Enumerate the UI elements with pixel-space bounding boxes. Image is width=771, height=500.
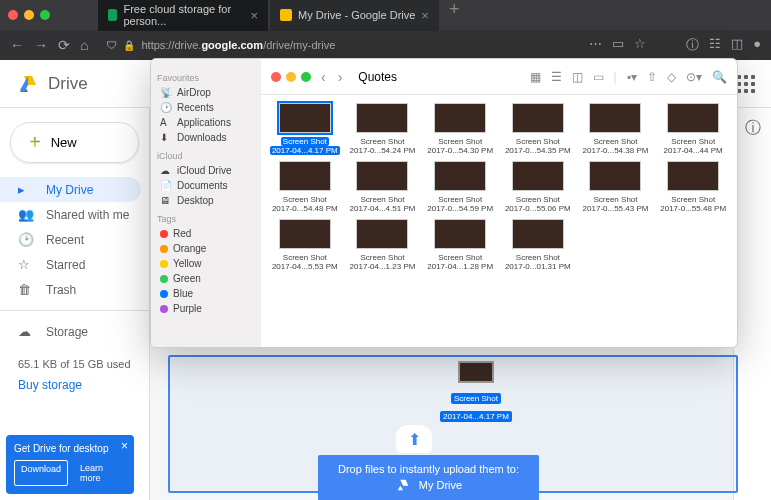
info-icon[interactable]: ⓘ	[686, 36, 699, 54]
sidebar-icon: 📄	[160, 180, 172, 191]
nav-icon: 🕑	[18, 232, 34, 247]
storage-usage: 65.1 KB of 15 GB used	[18, 358, 131, 370]
file-thumbnail[interactable]: Screen Shot2017-0...55.43 PM	[578, 161, 654, 213]
tab-title: Free cloud storage for person...	[123, 3, 244, 27]
finder-sidebar-item[interactable]: Purple	[157, 301, 255, 316]
promo-title: Get Drive for desktop	[14, 443, 126, 454]
reader-icon[interactable]: ▭	[612, 36, 624, 54]
file-thumbnail[interactable]: Screen Shot2017-0...54.24 PM	[345, 103, 421, 155]
download-button[interactable]: Download	[14, 460, 68, 486]
forward-button[interactable]: →	[34, 37, 48, 53]
finder-sidebar-item[interactable]: Yellow	[157, 256, 255, 271]
storage-item[interactable]: ☁Storage	[0, 319, 149, 344]
file-thumbnail[interactable]: Screen Shot2017-0...54.48 PM	[267, 161, 343, 213]
close-tab-icon[interactable]: ×	[421, 8, 429, 23]
file-thumbnail[interactable]: Screen Shot2017-0...54.59 PM	[422, 161, 498, 213]
file-thumbnail[interactable]: Screen Shot2017-0...01.31 PM	[500, 219, 576, 271]
file-thumbnail[interactable]: Screen Shot2017-04...5.53 PM	[267, 219, 343, 271]
finder-sidebar-item[interactable]: 🖥Desktop	[157, 193, 255, 208]
nav-icon: ☆	[18, 257, 34, 272]
sidebar-item[interactable]: 👥Shared with me	[0, 202, 149, 227]
sidebar-icon: 🕑	[160, 102, 172, 113]
info-icon: ⓘ	[745, 119, 761, 136]
file-thumbnail[interactable]: Screen Shot2017-0...54.30 PM	[422, 103, 498, 155]
finder-sidebar-item[interactable]: 📡AirDrop	[157, 85, 255, 100]
file-thumbnail[interactable]: Screen Shot2017-04...1.23 PM	[345, 219, 421, 271]
shield-icon: 🛡	[106, 39, 117, 51]
finder-sidebar-item[interactable]: Blue	[157, 286, 255, 301]
home-button[interactable]: ⌂	[80, 37, 88, 53]
learn-more-link[interactable]: Learn more	[74, 460, 126, 486]
sidebar-icon: 🖥	[160, 195, 172, 206]
finder-content[interactable]: Screen Shot2017-04...4.17 PMScreen Shot2…	[261, 95, 737, 347]
thumbnail-image	[512, 219, 564, 249]
finder-sidebar-item[interactable]: Green	[157, 271, 255, 286]
close-tab-icon[interactable]: ×	[250, 8, 258, 23]
thumbnail-image	[434, 219, 486, 249]
sidebar-item[interactable]: 🕑Recent	[0, 227, 149, 252]
icon-view[interactable]: ▦	[530, 70, 541, 84]
back-button[interactable]: ←	[10, 37, 24, 53]
browser-tabs: Free cloud storage for person... × My Dr…	[98, 0, 467, 31]
file-thumbnail[interactable]: Screen Shot2017-04...4.17 PM	[267, 103, 343, 155]
file-thumbnail[interactable]: Screen Shot2017-04...44 PM	[655, 103, 731, 155]
thumbnail-image	[434, 103, 486, 133]
finder-window-controls[interactable]	[271, 72, 311, 82]
finder-sidebar-item[interactable]: 📄Documents	[157, 178, 255, 193]
upload-cloud-icon: ⬆	[396, 425, 432, 453]
finder-sidebar-item[interactable]: 🕑Recents	[157, 100, 255, 115]
finder-toolbar: ‹› Quotes ▦ ☰ ◫ ▭ | ▪▾ ⇧ ◇ ⊙▾ 🔍	[261, 59, 737, 95]
finder-sidebar-item[interactable]: ⬇Downloads	[157, 130, 255, 145]
browser-tab[interactable]: Free cloud storage for person... ×	[98, 0, 268, 31]
file-thumbnail[interactable]: Screen Shot2017-0...54.38 PM	[578, 103, 654, 155]
finder-sidebar-item[interactable]: Orange	[157, 241, 255, 256]
finder-back[interactable]: ‹	[321, 69, 326, 85]
column-view[interactable]: ◫	[572, 70, 583, 84]
sidebar-icon[interactable]: ◫	[731, 36, 743, 54]
nav-icon: 🗑	[18, 282, 34, 297]
file-thumbnail[interactable]: Screen Shot2017-04...1.28 PM	[422, 219, 498, 271]
sidebar-item[interactable]: 🗑Trash	[0, 277, 149, 302]
new-tab-button[interactable]: +	[441, 0, 468, 31]
sidebar-icon: A	[160, 117, 172, 128]
info-panel-toggle[interactable]: ⓘ	[733, 108, 771, 500]
bookmark-icon[interactable]: ☆	[634, 36, 646, 54]
sidebar-item[interactable]: ☆Starred	[0, 252, 149, 277]
file-thumbnail[interactable]: Screen Shot2017-0...55.06 PM	[500, 161, 576, 213]
window-controls[interactable]	[8, 10, 50, 20]
file-thumbnail[interactable]: Screen Shot2017-04...4.51 PM	[345, 161, 421, 213]
list-view[interactable]: ☰	[551, 70, 562, 84]
library-icon[interactable]: ☷	[709, 36, 721, 54]
thumbnail-image	[512, 161, 564, 191]
account-icon[interactable]: ●	[753, 36, 761, 54]
drive-logo[interactable]: Drive	[16, 72, 88, 96]
finder-sidebar-item[interactable]: AApplications	[157, 115, 255, 130]
more-icon[interactable]: ⋯	[589, 36, 602, 54]
reload-button[interactable]: ⟳	[58, 37, 70, 53]
buy-storage-link[interactable]: Buy storage	[18, 378, 131, 392]
search-icon[interactable]: 🔍	[712, 70, 727, 84]
close-icon[interactable]: ×	[121, 439, 128, 453]
nav-icon: 👥	[18, 207, 34, 222]
new-button[interactable]: + New	[10, 122, 139, 163]
tag-icon[interactable]: ◇	[667, 70, 676, 84]
drop-zone[interactable]: Screen Shot 2017-04...4.17 PM ⬆ Drop fil…	[168, 355, 738, 493]
share-icon[interactable]: ⇧	[647, 70, 657, 84]
lock-icon: 🔒	[123, 40, 135, 51]
gallery-view[interactable]: ▭	[593, 70, 604, 84]
browser-tab[interactable]: My Drive - Google Drive ×	[270, 0, 439, 31]
finder-sidebar-item[interactable]: ☁iCloud Drive	[157, 163, 255, 178]
file-thumbnail[interactable]: Screen Shot2017-0...54.35 PM	[500, 103, 576, 155]
tab-favicon	[280, 9, 292, 21]
finder-forward[interactable]: ›	[338, 69, 343, 85]
apps-menu-icon[interactable]	[737, 75, 755, 93]
file-thumbnail[interactable]: Screen Shot2017-0...55.48 PM	[655, 161, 731, 213]
browser-titlebar: Free cloud storage for person... × My Dr…	[0, 0, 771, 30]
finder-sidebar-item[interactable]: Red	[157, 226, 255, 241]
sidebar-icon: 📡	[160, 87, 172, 98]
sidebar-item[interactable]: ▸My Drive	[0, 177, 141, 202]
url-bar[interactable]: 🛡 🔒 https://drive.google.com/drive/my-dr…	[98, 39, 579, 51]
group-menu[interactable]: ▪▾	[627, 70, 637, 84]
action-menu[interactable]: ⊙▾	[686, 70, 702, 84]
tag-dot	[160, 260, 168, 268]
